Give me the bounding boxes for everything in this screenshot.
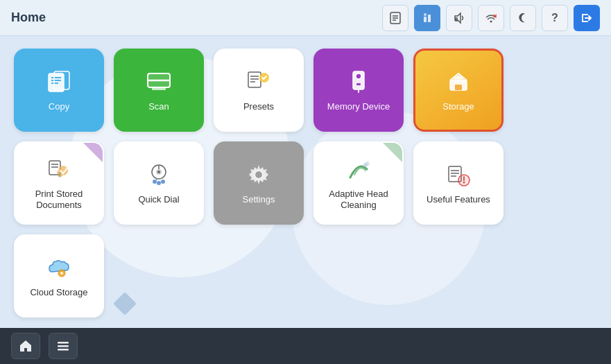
cloud-storage-label: Cloud Storage [26, 287, 92, 298]
storage-label: Storage [438, 101, 479, 112]
svg-rect-4 [424, 17, 427, 22]
storage-tile[interactable]: Storage [413, 49, 504, 132]
scan-label: Scan [144, 101, 173, 112]
copy-label: Copy [44, 101, 74, 112]
quick-dial-tile[interactable]: Quick Dial [114, 141, 204, 225]
settings-label: Settings [239, 194, 279, 205]
svg-point-10 [490, 20, 492, 22]
svg-point-43 [157, 171, 160, 173]
svg-point-46 [161, 180, 165, 184]
presets-tile[interactable]: Presets [214, 49, 304, 132]
useful-features-label: Useful Features [422, 194, 494, 205]
ink-level-icon[interactable] [414, 5, 440, 31]
svg-rect-65 [58, 349, 69, 351]
toolbar-icons: ? [382, 5, 600, 31]
menu-button[interactable] [49, 333, 78, 359]
svg-rect-5 [428, 15, 431, 22]
svg-rect-63 [58, 342, 69, 344]
tile-row-3: Cloud Storage [14, 234, 597, 318]
help-icon[interactable]: ? [542, 5, 568, 31]
scroll-indicator [113, 292, 137, 315]
main-content: Copy Scan Presets [0, 36, 611, 328]
copy-tile[interactable]: Copy [14, 49, 104, 132]
wifi-off-icon[interactable] [478, 5, 504, 31]
svg-point-45 [157, 181, 161, 185]
home-button[interactable] [11, 333, 40, 359]
quick-dial-label: Quick Dial [134, 194, 183, 205]
sleep-mode-icon[interactable] [510, 5, 536, 31]
svg-rect-23 [248, 72, 261, 87]
adaptive-head-tile[interactable]: Adaptive Head Cleaning [313, 141, 404, 225]
tile-row-1: Copy Scan Presets [14, 49, 597, 132]
volume-icon[interactable] [446, 5, 472, 31]
svg-point-58 [463, 182, 465, 184]
scan-tile[interactable]: Scan [114, 49, 204, 132]
presets-label: Presets [239, 101, 278, 112]
svg-rect-31 [356, 83, 361, 85]
adaptive-head-label: Adaptive Head Cleaning [315, 189, 402, 210]
svg-point-30 [356, 73, 361, 79]
top-bar: Home [0, 0, 611, 36]
document-list-icon[interactable] [382, 5, 408, 31]
useful-features-tile[interactable]: Useful Features [413, 141, 504, 225]
print-stored-tile[interactable]: Print Stored Documents [14, 141, 104, 225]
tile-row-2: Print Stored Documents Quick Dial [14, 141, 597, 225]
memory-device-tile[interactable]: Memory Device [313, 49, 404, 132]
logout-button[interactable] [574, 5, 600, 31]
svg-point-44 [153, 180, 157, 184]
svg-rect-22 [152, 87, 166, 90]
page-title: Home [11, 10, 382, 25]
svg-rect-35 [455, 85, 462, 90]
memory-device-label: Memory Device [323, 101, 394, 112]
settings-tile[interactable]: Settings [214, 141, 304, 225]
cloud-storage-tile[interactable]: Cloud Storage [14, 234, 104, 318]
svg-rect-64 [58, 345, 69, 347]
svg-rect-32 [358, 89, 359, 93]
bottom-bar [0, 328, 611, 364]
print-stored-label: Print Stored Documents [15, 189, 103, 210]
svg-point-6 [424, 13, 427, 16]
svg-point-49 [255, 171, 262, 178]
